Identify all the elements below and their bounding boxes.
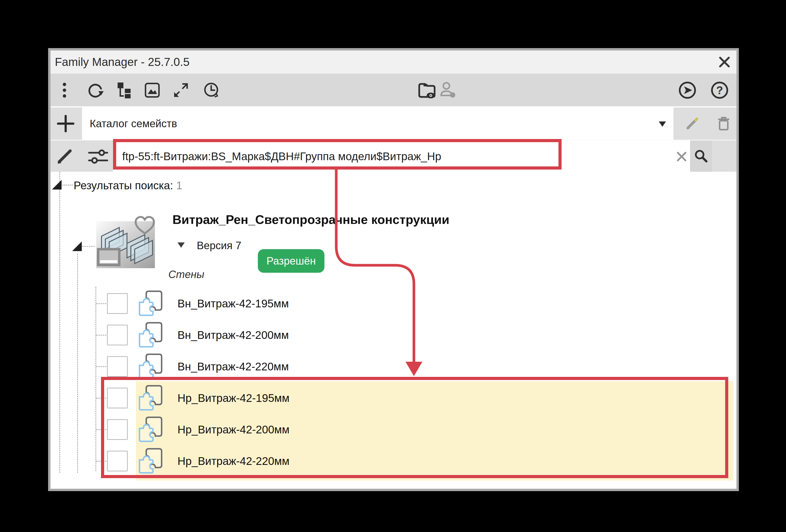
user-status-button[interactable]: [438, 82, 456, 99]
edit-catalog-button[interactable]: [685, 115, 700, 131]
tree-view-icon: [115, 82, 133, 99]
tree-guide-line: [60, 172, 60, 473]
svg-text:?: ?: [716, 84, 723, 96]
status-badge: Разрешён: [258, 249, 324, 273]
tree-guide-line: [95, 287, 96, 471]
version-label: Версия 7: [197, 239, 241, 252]
item-checkbox[interactable]: [107, 325, 128, 345]
family-type-puzzle-icon: [138, 321, 164, 349]
root-expander[interactable]: [51, 179, 63, 190]
favorite-button[interactable]: [134, 215, 155, 235]
window-title: Family Manager - 25.7.0.5: [55, 50, 189, 74]
tree-connector: [96, 366, 106, 367]
send-button[interactable]: [679, 82, 696, 99]
kebab-menu-button[interactable]: [56, 82, 73, 99]
catalog-combobox-value: Каталог семейств: [90, 108, 177, 140]
expander-triangle-icon: [51, 179, 63, 190]
tree-view-button[interactable]: [115, 82, 133, 99]
family-type-puzzle-icon: [138, 290, 164, 317]
item-label: Вн_Витраж-42-220мм: [178, 360, 289, 373]
catalog-combobox[interactable]: Каталог семейств: [82, 108, 673, 140]
annotation-rect-results: [101, 377, 728, 478]
clear-x-icon: [676, 151, 687, 162]
family-expander[interactable]: [71, 240, 83, 252]
search-results-text: Результаты поиска:: [74, 179, 173, 192]
edit-search-button[interactable]: [56, 148, 74, 165]
folder-view-icon: [417, 82, 437, 99]
help-button[interactable]: ?: [711, 82, 728, 99]
clear-search-button[interactable]: [676, 151, 687, 162]
plus-icon: [57, 115, 74, 132]
close-button[interactable]: [718, 56, 731, 68]
chevron-down-icon: [177, 242, 185, 248]
trash-icon: [716, 115, 732, 131]
search-results-count: 1: [176, 179, 183, 192]
collapse-view-icon: [172, 82, 189, 99]
expander-triangle-icon: [71, 240, 83, 252]
send-icon: [679, 82, 696, 99]
tree-guide-line: [77, 254, 78, 473]
search-results-label: Результаты поиска: 1: [74, 179, 182, 192]
history-clock-icon: [203, 82, 220, 99]
item-checkbox[interactable]: [107, 356, 128, 377]
search-go-button[interactable]: [690, 140, 712, 172]
refresh-button[interactable]: [87, 82, 104, 99]
kebab-menu-icon: [56, 82, 73, 99]
edit-pencil-icon: [685, 115, 700, 131]
annotation-rect-search: [113, 139, 562, 169]
main-toolbar: ?: [50, 74, 737, 106]
close-icon: [718, 56, 731, 68]
family-category: Стены: [168, 268, 204, 281]
image-preview-button[interactable]: [144, 82, 161, 99]
user-status-icon: [438, 82, 458, 99]
item-checkbox[interactable]: [107, 293, 128, 314]
screenshot-canvas: Family Manager - 25.7.0.5: [0, 0, 786, 532]
folder-view-button[interactable]: [417, 82, 434, 99]
image-preview-icon: [144, 82, 161, 99]
tree-connector: [96, 303, 106, 304]
title-bar: Family Manager - 25.7.0.5: [50, 50, 737, 74]
catalog-row: Каталог семейств: [50, 107, 737, 140]
version-dropdown[interactable]: [177, 242, 185, 248]
collapse-view-button[interactable]: [172, 82, 189, 99]
item-label: Вн_Витраж-42-200мм: [178, 328, 289, 342]
delete-catalog-button[interactable]: [716, 115, 732, 131]
tree-connector: [96, 335, 106, 336]
add-catalog-button[interactable]: [57, 115, 74, 132]
help-icon: ?: [711, 82, 728, 99]
filter-button[interactable]: [88, 149, 108, 164]
history-button[interactable]: [203, 82, 220, 99]
search-icon: [694, 149, 708, 164]
chevron-down-icon: [658, 121, 667, 127]
heart-icon: [134, 215, 155, 235]
tree-connector: [62, 185, 73, 185]
family-type-puzzle-icon: [138, 353, 164, 380]
refresh-icon: [87, 82, 104, 99]
search-pencil-icon: [56, 148, 74, 165]
filter-sliders-icon: [88, 149, 108, 164]
item-label: Вн_Витраж-42-195мм: [178, 297, 289, 310]
family-title: Витраж_Рен_Светопрозрачные конструкции: [172, 212, 449, 227]
